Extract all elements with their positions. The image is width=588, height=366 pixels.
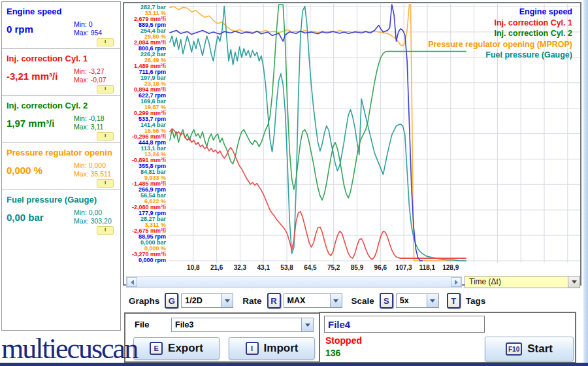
channel-title: Inj. correction Cyl. 1 — [7, 54, 88, 63]
channel-min-max: Min: -0,18Max: 3,11 — [74, 114, 105, 131]
chevron-down-icon — [225, 299, 230, 303]
export-hotkey-e: E — [150, 342, 163, 355]
import-button[interactable]: I Import — [229, 337, 315, 359]
series-cyl1 — [170, 129, 466, 259]
scroll-left-button[interactable] — [127, 277, 137, 287]
scale-dropdown-button[interactable] — [427, 294, 438, 307]
channel-min-max: Min: -3,27Max: -0,07 — [74, 67, 106, 84]
channel-panel: Fuel pressure (Gauge)0,00 barMin: 0,00Ma… — [2, 190, 120, 330]
rate-select[interactable]: MAX — [284, 293, 342, 308]
channel-min-max: Min: 0,00Max: 303,20 — [74, 208, 112, 225]
channel-value: 0,00 bar — [7, 212, 44, 223]
info-badge[interactable]: I — [97, 226, 114, 235]
info-badge[interactable]: I — [97, 85, 114, 93]
scroll-right-button[interactable] — [451, 277, 461, 287]
graphs-mode-select[interactable]: 1/2D — [181, 293, 233, 308]
x-axis-tick-label: 64,5 — [297, 264, 323, 271]
graph-controls-row: Graphs G 1/2D Rate R MAX Scale S 5x T Ta… — [126, 291, 488, 310]
channel-title: Fuel pressure (Gauge) — [7, 195, 97, 205]
chart-h-scrollbar[interactable] — [126, 276, 462, 288]
tags-label: Tags — [463, 296, 489, 306]
rate-hotkey-r[interactable]: R — [267, 293, 281, 308]
channel-value: 1,97 mm³/i — [7, 118, 54, 129]
rate-value: MAX — [284, 296, 330, 305]
x-axis-tick-label: 75,2 — [321, 264, 347, 271]
rate-dropdown-button[interactable] — [330, 294, 342, 307]
x-axis-tick-label: 43,1 — [250, 264, 276, 271]
legend-item-cyl1[interactable]: Inj. correction Cyl. 1 — [428, 18, 572, 29]
channel-sidebar: Engine speed0 rpmMin: 0Max: 954IInj. cor… — [1, 1, 121, 331]
graphs-mode-value: 1/2D — [182, 296, 221, 305]
info-badge[interactable]: I — [97, 132, 114, 141]
legend-item-cyl2[interactable]: Inj. correction Cyl. 2 — [428, 28, 572, 39]
graphs-label: Graphs — [126, 296, 162, 306]
channel-panel: Inj. correction Cyl. 1-3,21 mm³/iMin: -3… — [2, 49, 120, 96]
x-axis-tick-label: 85,9 — [344, 264, 370, 271]
start-button-label: Start — [527, 342, 553, 356]
channel-min-max: Min: 0Max: 954 — [74, 20, 102, 37]
x-axis-tick-label: 21,6 — [204, 264, 230, 271]
x-axis-tick-label: 53,8 — [274, 264, 300, 271]
scale-hotkey-s[interactable]: S — [380, 293, 393, 308]
status-text: Stopped — [325, 335, 362, 346]
scroll-left-icon — [131, 280, 134, 285]
window-frame-right — [583, 0, 588, 366]
scale-label: Scale — [349, 296, 377, 306]
channel-panel: Inj. correction Cyl. 21,97 mm³/iMin: -0,… — [2, 96, 120, 143]
channel-title: Engine speed — [7, 7, 62, 16]
info-badge[interactable]: I — [97, 179, 114, 188]
chevron-down-icon — [333, 299, 338, 303]
x-axis-labels: 10,821,632,343,153,864,575,285,996,6107,… — [124, 264, 580, 273]
legend-item-rpm[interactable]: Engine speed — [428, 7, 572, 18]
file-label: File — [135, 320, 149, 329]
channel-value: 0 rpm — [7, 24, 33, 35]
x-axis-mode-dropdown-button[interactable] — [568, 276, 580, 288]
legend-item-mprop[interactable]: Pressure regulator opening (MPROP) — [428, 39, 572, 50]
session-groupbox: Stopped 136 F10 Start — [319, 312, 576, 363]
rate-label: Rate — [240, 296, 264, 306]
import-hotkey-i: I — [246, 342, 259, 355]
info-badge[interactable]: I — [97, 38, 114, 46]
y-axis-labels: 282,7 bar33,11 %2,679 mm³/i889,5 rpm254,… — [124, 5, 168, 263]
chart-widget: 282,7 bar33,11 %2,679 mm³/i889,5 rpm254,… — [123, 2, 581, 286]
channel-title: Pressure regulator openin — [7, 148, 112, 158]
file-select-value: File3 — [172, 320, 301, 329]
x-axis-tick-label: 96,6 — [367, 264, 393, 271]
file-dropdown-button[interactable] — [301, 318, 313, 331]
record-filename-input[interactable] — [324, 316, 485, 333]
x-axis-tick-label: 10,8 — [180, 264, 206, 271]
scale-value: 5x — [397, 296, 427, 305]
chevron-down-icon — [430, 299, 435, 303]
legend-item-fuel[interactable]: Fuel pressure (Gauge) — [428, 50, 572, 61]
channel-panel: Pressure regulator openin0,000 %Min: 0,0… — [2, 143, 120, 190]
window-frame-bottom — [0, 363, 588, 366]
x-axis-tick-label: 128,9 — [438, 264, 464, 271]
channel-value: -3,21 mm³/i — [7, 71, 57, 82]
import-button-label: Import — [264, 342, 299, 355]
x-axis-mode-value: Time (Δt) — [465, 276, 568, 288]
channel-min-max: Min: 0,000Max: 35,511 — [74, 161, 111, 178]
x-axis-tick-label: 107,3 — [391, 264, 417, 271]
tags-hotkey-t[interactable]: T — [447, 293, 461, 308]
x-axis-mode-select[interactable]: Time (Δt) — [465, 276, 580, 288]
app-logo: multiecuscan — [1, 332, 124, 365]
scale-select[interactable]: 5x — [396, 293, 439, 308]
chart-legend: Engine speedInj. correction Cyl. 1Inj. c… — [428, 7, 572, 61]
channel-panel: Engine speed0 rpmMin: 0Max: 954I — [2, 2, 120, 49]
export-button-label: Export — [168, 342, 203, 355]
scroll-right-icon — [455, 280, 458, 285]
x-axis-tick-label: 32,3 — [227, 264, 253, 271]
y-axis-tick-label: 0,000 rpm — [124, 258, 168, 263]
graphs-mode-dropdown-button[interactable] — [221, 294, 233, 307]
export-button[interactable]: E Export — [133, 337, 220, 359]
graphs-hotkey-g[interactable]: G — [165, 293, 178, 308]
file-select[interactable]: File3 — [171, 318, 314, 332]
series-mprop — [170, 5, 466, 261]
chevron-down-icon — [305, 324, 310, 327]
start-hotkey-f10: F10 — [506, 342, 522, 356]
start-button[interactable]: F10 Start — [485, 337, 574, 361]
sample-counter: 136 — [325, 348, 340, 358]
channel-value: 0,000 % — [7, 165, 42, 176]
chevron-down-icon — [572, 280, 577, 284]
channel-title: Inj. correction Cyl. 2 — [7, 101, 88, 110]
